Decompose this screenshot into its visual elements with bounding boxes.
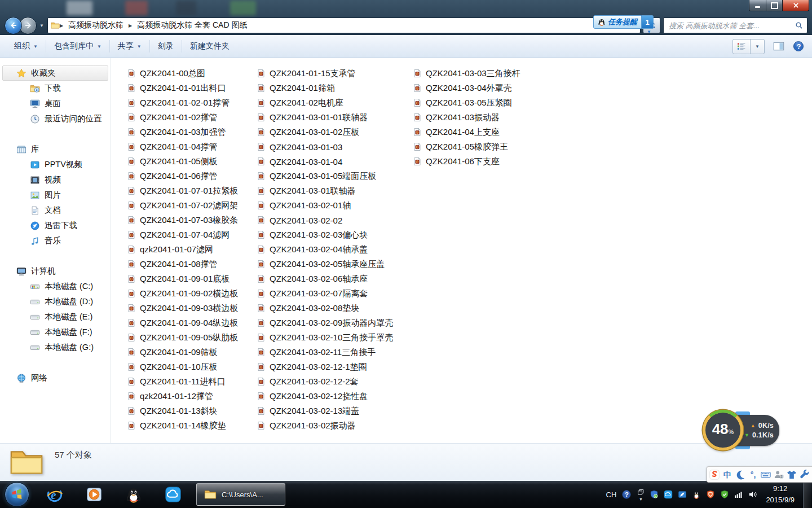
file-item[interactable]: QZK2041-01-10压板 — [127, 360, 257, 374]
toolbar-button[interactable]: 新建文件夹 — [184, 38, 236, 55]
file-item[interactable]: QZK2041-01-07-04滤网 — [127, 227, 257, 242]
sidebar-item-桌面[interactable]: 桌面 — [2, 96, 108, 111]
hidden-icons-toggle[interactable]: ▼ — [637, 488, 645, 501]
file-item[interactable]: QZK2041-01-04撑管 — [127, 139, 257, 154]
file-item[interactable]: QZK2041-01-03加强管 — [127, 125, 257, 139]
file-item[interactable]: QZK2041-03-02-11三角接手 — [257, 345, 413, 360]
back-button[interactable] — [5, 17, 22, 34]
start-button[interactable] — [5, 482, 29, 507]
tray-help-icon[interactable] — [621, 489, 632, 500]
sidebar-item-迅雷下载[interactable]: 迅雷下载 — [2, 218, 108, 233]
task-reminder-pill[interactable]: 任务提醒 — [593, 15, 642, 29]
task-reminder-badge[interactable]: 1 — [642, 15, 654, 29]
file-item[interactable]: QZK2041-01-02撑管 — [127, 110, 257, 125]
file-item[interactable]: QZK2041-01-06撑管 — [127, 169, 257, 183]
sidebar-item-音乐[interactable]: 音乐 — [2, 233, 108, 248]
toolbar-button[interactable]: 包含到库中▼ — [48, 38, 108, 55]
file-item[interactable]: QZK2041-05橡胶弹王 — [413, 139, 542, 154]
file-item[interactable]: QZK2041-01-07-01拉紧板 — [127, 183, 257, 198]
language-indicator[interactable]: CH — [606, 491, 617, 499]
file-item[interactable]: QZK2041-03-02-07隔离套 — [257, 286, 413, 301]
file-item[interactable]: QZK2041-03-01-02压板 — [257, 125, 413, 139]
file-item[interactable]: QZK2041-03-02-12-1垫圈 — [257, 360, 413, 374]
file-item[interactable]: QZK2041-01-02-01撑管 — [127, 95, 257, 110]
file-item[interactable]: QZK2041-03-02-06轴承座 — [257, 271, 413, 286]
maximize-button[interactable] — [766, 0, 783, 11]
file-item[interactable]: QZK2041-04上支座 — [413, 125, 542, 139]
volume-icon[interactable] — [748, 490, 757, 499]
file-item[interactable]: QZK2041-01-07-03橡胶条 — [127, 213, 257, 227]
toolbar-button[interactable]: 组织▼ — [8, 38, 44, 55]
file-item[interactable]: QZK2041-03-02-13端盖 — [257, 404, 413, 418]
file-item[interactable]: QZK2041-00总图 — [127, 66, 257, 81]
sidebar-item-PPTV视频[interactable]: PPTV视频 — [2, 157, 108, 172]
qq-icon[interactable] — [114, 481, 153, 508]
sidebar-item-本地磁盘 (G:)[interactable]: 本地磁盘 (G:) — [2, 340, 108, 355]
file-item[interactable]: QZK2041-01-09-04纵边板 — [127, 316, 257, 330]
breadcrumb-segment[interactable]: 高频振动脱水筛 — [63, 20, 129, 30]
blue-app-tray-icon[interactable] — [678, 490, 687, 499]
file-item[interactable]: QZK2041-03-04外罩壳 — [413, 81, 542, 95]
file-item[interactable]: QZK2041-03-02-02 — [257, 213, 413, 227]
minimize-button[interactable] — [749, 0, 766, 11]
sidebar-item-网络[interactable]: 网络 — [2, 370, 108, 386]
tencent-security-shield-icon[interactable] — [706, 490, 715, 499]
file-item[interactable]: QZK2041-01-09-02横边板 — [127, 286, 257, 301]
sidebar-item-视频[interactable]: 视频 — [2, 172, 108, 187]
media-player-icon[interactable] — [74, 481, 114, 508]
preview-pane-button[interactable] — [771, 39, 786, 54]
breadcrumb-segment[interactable]: 高频振动脱水筛 全套 CAD 图纸 — [132, 20, 252, 30]
toolbar-button[interactable]: 刻录 — [152, 38, 180, 55]
file-item[interactable]: QZK2041-03-02-10三角接手罩壳 — [257, 330, 413, 345]
file-item[interactable]: QZK2041-03-02振动器 — [257, 418, 413, 433]
file-item[interactable]: qzk2041-01-07滤网 — [127, 242, 257, 257]
download-progress-widget[interactable]: ▲ 0K/s ▼ 0.1K/s 48 % — [703, 410, 780, 452]
security-shield-icon[interactable] — [650, 490, 659, 499]
file-item[interactable]: QZK2041-03-01-03 — [257, 139, 413, 154]
file-item[interactable]: QZK2041-01-09-01底板 — [127, 271, 257, 286]
help-button[interactable] — [793, 41, 804, 52]
sidebar-item-最近访问的位置[interactable]: 最近访问的位置 — [2, 111, 108, 126]
file-item[interactable]: QZK2041-03-02-03偏心块 — [257, 227, 413, 242]
file-item[interactable]: QZK2041-03-02-12-2套 — [257, 374, 413, 389]
file-item[interactable]: QZK2041-01-11进料口 — [127, 374, 257, 389]
file-item[interactable]: QZK2041-01-09筛板 — [127, 345, 257, 360]
close-button[interactable] — [783, 0, 809, 11]
qq-tray-icon[interactable] — [692, 490, 701, 499]
file-item[interactable]: QZK2041-03-02-01轴 — [257, 198, 413, 213]
chevron-down-icon[interactable]: ▼ — [647, 29, 651, 34]
file-item[interactable]: QZK2041-01-09-05纵肋板 — [127, 330, 257, 345]
sogou-logo-icon[interactable] — [709, 468, 720, 481]
sidebar-item-本地磁盘 (D:)[interactable]: 本地磁盘 (D:) — [2, 294, 108, 309]
change-view-button[interactable] — [733, 40, 751, 54]
keyboard-icon[interactable] — [761, 468, 772, 481]
file-item[interactable]: QZK2041-03-02-04轴承盖 — [257, 242, 413, 257]
sidebar-item-下载[interactable]: 下载 — [2, 81, 108, 96]
views-dropdown[interactable]: ▼ — [751, 40, 764, 54]
file-item[interactable]: QZK2041-02电机座 — [257, 95, 413, 110]
file-item[interactable]: QZK2041-01-08撑管 — [127, 257, 257, 271]
internet-explorer-icon[interactable] — [35, 481, 74, 508]
recent-pages-dropdown[interactable]: ▼ — [39, 23, 44, 28]
file-item[interactable]: QZK2041-03-05压紧圈 — [413, 95, 542, 110]
sidebar-item-本地磁盘 (C:)[interactable]: 本地磁盘 (C:) — [2, 279, 108, 294]
show-desktop-button[interactable] — [803, 481, 811, 508]
progress-circle[interactable]: 48 % — [703, 410, 743, 450]
antivirus-shield-icon[interactable] — [720, 490, 729, 499]
moon-icon[interactable] — [735, 468, 746, 481]
task-reminder-popup[interactable]: 任务提醒 1 ▼ — [593, 15, 654, 29]
skin-tshirt-icon[interactable] — [786, 468, 797, 481]
sidebar-item-本地磁盘 (E:)[interactable]: 本地磁盘 (E:) — [2, 309, 108, 325]
taskbar-clock[interactable]: 9:12 2015/9/9 — [766, 483, 795, 506]
network-signal-icon[interactable] — [734, 490, 743, 499]
weiyun-tray-icon[interactable] — [664, 490, 673, 499]
sidebar-item-文档[interactable]: 文档 — [2, 203, 108, 218]
file-item[interactable]: QZK2041-01-15支承管 — [257, 66, 413, 81]
toolbar-button[interactable]: 共享▼ — [112, 38, 148, 55]
sidebar-item-图片[interactable]: 图片 — [2, 187, 108, 203]
file-item[interactable]: QZK2041-01-01出料口 — [127, 81, 257, 95]
active-window-button[interactable]: C:\Users\A... — [196, 483, 285, 506]
file-item[interactable]: QZK2041-03-02-12挠性盘 — [257, 389, 413, 404]
file-item[interactable]: QZK2041-03-01-01联轴器 — [257, 110, 413, 125]
sidebar-item-收藏夹[interactable]: 收藏夹 — [2, 65, 108, 81]
